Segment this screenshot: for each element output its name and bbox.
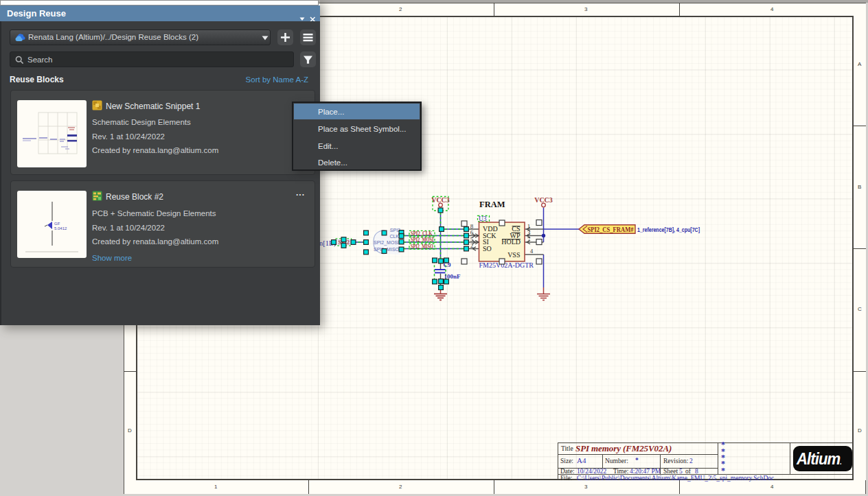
svg-text:SPI2_CLK: SPI2_CLK [411,231,433,237]
svg-text:FM25V02A-DGTR: FM25V02A-DGTR [479,261,534,269]
svg-text:2: 2 [470,242,474,249]
svg-text:1: 1 [527,223,531,230]
svg-text:SPI2_MOSI: SPI2_MOSI [374,240,399,246]
svg-text:HOLD: HOLD [501,238,521,246]
svg-text:VCC3: VCC3 [431,196,450,204]
svg-text:SO: SO [483,245,492,252]
svg-text:SPI2_CS_FRAM#: SPI2_CS_FRAM# [588,226,634,233]
svg-text:5.0412: 5.0412 [54,226,67,231]
svg-text:U3: U3 [479,215,487,222]
svg-text:CLK: CLK [389,234,399,239]
svg-text:8: 8 [470,223,474,230]
svg-text:SPI2_MOSI: SPI2_MOSI [411,237,434,243]
svg-text:GF: GF [54,222,60,226]
svg-text:3: 3 [527,229,531,236]
svg-text:VCC3: VCC3 [534,196,553,204]
svg-text:4: 4 [530,248,534,255]
svg-text:6: 6 [470,229,474,236]
svg-text:FRAM: FRAM [479,200,505,209]
svg-text:VSS: VSS [507,251,520,259]
svg-text:5: 5 [470,236,474,243]
svg-text:7: 7 [527,236,531,243]
svg-text:1_reference[7B], 4_cpu[7C]: 1_reference[7B], 4_cpu[7C] [637,226,700,233]
svg-text:SPI2_MISO: SPI2_MISO [411,244,433,250]
